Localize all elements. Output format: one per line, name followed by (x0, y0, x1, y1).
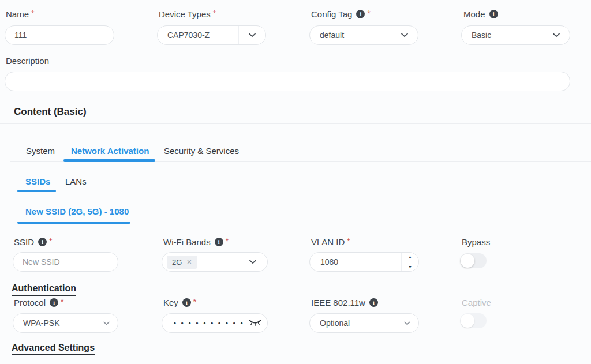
required-mark: * (31, 9, 34, 18)
mode-select[interactable]: Basic (461, 25, 570, 45)
device-types-select[interactable]: CAP7030-Z (157, 25, 266, 45)
subtab-ssids[interactable]: SSIDs (25, 177, 50, 186)
number-spinner: ▲ ▼ (401, 253, 418, 271)
ieee-80211w-label: IEEE 802.11w i (311, 298, 378, 307)
tab-system[interactable]: System (26, 146, 55, 156)
config-tag-select[interactable]: default (309, 25, 418, 45)
required-mark: * (213, 9, 216, 18)
info-icon[interactable]: i (50, 298, 58, 307)
name-label: Name * (6, 9, 34, 19)
required-mark: * (367, 9, 370, 18)
chevron-down-icon (395, 321, 418, 325)
wifi-bands-label: Wi-Fi Bands i * (163, 237, 229, 247)
toggle-knob (461, 254, 474, 268)
chevron-down-icon (95, 321, 118, 325)
info-icon[interactable]: i (38, 238, 47, 246)
device-types-label: Device Types * (159, 9, 216, 19)
info-icon[interactable]: i (489, 10, 498, 18)
advanced-settings-heading: Advanced Settings (12, 343, 95, 355)
active-subtab-indicator (17, 190, 56, 192)
active-tab-indicator (63, 159, 155, 162)
captive-label: Captive (462, 298, 491, 307)
bypass-toggle[interactable] (460, 253, 487, 268)
toggle-knob (461, 314, 474, 328)
required-mark: * (226, 237, 229, 246)
band-tag: 2G ✕ (167, 256, 197, 269)
required-mark: * (49, 237, 52, 246)
key-password-field[interactable]: •••••••••• (162, 313, 268, 333)
protocol-label: Protocol i * (14, 298, 63, 307)
info-icon[interactable]: i (369, 298, 378, 307)
required-mark: * (61, 297, 63, 306)
subtabs-baseline (10, 192, 591, 192)
content-section-title: Content (Basic) (14, 106, 87, 118)
required-mark: * (193, 297, 196, 306)
remove-tag-icon[interactable]: ✕ (186, 258, 192, 266)
key-label: Key i * (163, 298, 196, 307)
section-divider (0, 123, 591, 124)
ssid-item-tab[interactable]: New SSID (2G, 5G) - 1080 (25, 207, 129, 216)
info-icon[interactable]: i (215, 238, 223, 246)
info-icon[interactable]: i (182, 298, 191, 307)
authentication-heading: Authentication (12, 283, 76, 296)
required-mark: * (347, 237, 350, 246)
mode-label: Mode i (463, 9, 498, 19)
name-input[interactable] (5, 25, 114, 45)
bypass-label: Bypass (462, 237, 490, 247)
tab-network-activation[interactable]: Network Activation (71, 146, 149, 156)
active-ssid-tab-indicator (17, 222, 130, 224)
description-label: Description (6, 56, 49, 66)
tab-security-services[interactable]: Security & Services (164, 146, 239, 156)
captive-toggle[interactable] (460, 313, 487, 328)
description-input[interactable] (5, 72, 570, 91)
spinner-down-button[interactable]: ▼ (402, 262, 418, 272)
vlan-id-stepper[interactable]: 1080 ▲ ▼ (309, 252, 419, 272)
protocol-select[interactable]: WPA-PSK (13, 313, 118, 333)
info-icon[interactable]: i (356, 10, 365, 18)
chevron-down-icon (238, 260, 267, 264)
spinner-up-button[interactable]: ▲ (402, 253, 418, 262)
wifi-bands-multiselect[interactable]: 2G ✕ (162, 252, 268, 272)
config-tag-label: Config Tag i * (311, 9, 371, 19)
subtab-lans[interactable]: LANs (65, 177, 87, 186)
masked-password: •••••••••• (162, 320, 248, 327)
chevron-down-icon (543, 33, 570, 37)
ssid-input[interactable] (13, 252, 118, 272)
vlan-id-label: VLAN ID * (311, 237, 350, 247)
chevron-down-icon (391, 33, 418, 37)
eye-closed-icon[interactable] (248, 319, 262, 327)
ssid-label: SSID i * (14, 237, 52, 247)
device-config-page: Name * Device Types * CAP7030-Z Config T… (0, 0, 591, 364)
chevron-down-icon (239, 33, 265, 37)
ieee-80211w-select[interactable]: Optional (309, 313, 419, 333)
